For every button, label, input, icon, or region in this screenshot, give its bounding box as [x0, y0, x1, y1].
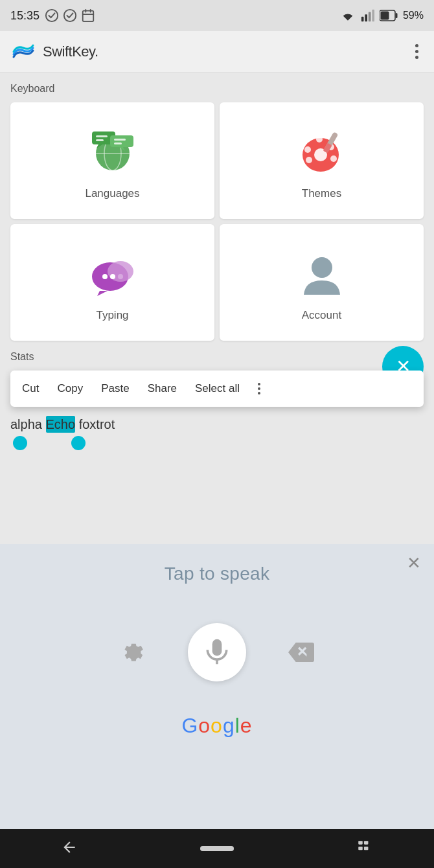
keyboard-close-button[interactable]: ✕ — [407, 554, 421, 571]
svg-point-22 — [306, 157, 312, 163]
nav-home-indicator[interactable] — [200, 846, 234, 851]
microphone-button[interactable] — [188, 623, 246, 681]
themes-label: Themes — [302, 187, 341, 200]
selection-handles — [10, 436, 424, 450]
svg-point-31 — [110, 274, 115, 279]
typing-card[interactable]: Typing — [10, 224, 214, 341]
svg-rect-35 — [364, 841, 369, 844]
svg-rect-37 — [364, 847, 369, 850]
svg-point-30 — [102, 274, 108, 279]
languages-label: Languages — [85, 187, 139, 200]
google-e: e — [240, 714, 253, 737]
battery-percentage: 59% — [403, 10, 424, 21]
text-editor-area: alpha Echo foxtrot — [10, 415, 424, 435]
selection-handle-end[interactable] — [71, 436, 86, 450]
svg-rect-15 — [96, 135, 108, 137]
status-left: 15:35 — [10, 8, 95, 23]
status-time: 15:35 — [10, 9, 40, 23]
google-g: G — [181, 714, 198, 737]
svg-rect-4 — [365, 14, 367, 21]
selection-handle-start[interactable] — [13, 436, 27, 450]
svg-point-1 — [64, 10, 76, 21]
check-circle-icon-1 — [45, 8, 59, 23]
menu-dot-3 — [415, 56, 418, 59]
select-all-menu-item[interactable]: Select all — [186, 376, 249, 402]
keyboard-grid: Languages Them — [10, 102, 424, 341]
text-after: foxtrot — [75, 417, 115, 431]
menu-dot-2 — [415, 50, 418, 53]
svg-point-21 — [304, 146, 311, 153]
google-g2: g — [223, 714, 235, 737]
svg-point-25 — [330, 155, 337, 162]
svg-rect-3 — [361, 17, 364, 21]
more-dot-3 — [258, 392, 260, 394]
delete-button[interactable] — [285, 636, 317, 668]
share-menu-item[interactable]: Share — [139, 376, 186, 402]
svg-rect-14 — [110, 135, 133, 147]
context-menu: Cut Copy Paste Share Select all — [10, 371, 424, 407]
svg-point-23 — [316, 136, 323, 143]
calendar-icon — [81, 8, 95, 23]
svg-point-33 — [312, 257, 332, 278]
languages-icon — [87, 126, 139, 178]
svg-rect-17 — [114, 139, 126, 141]
account-icon — [296, 248, 348, 300]
header-menu-button[interactable] — [410, 39, 424, 64]
more-dot-1 — [258, 383, 260, 385]
svg-rect-36 — [358, 847, 363, 850]
paste-menu-item[interactable]: Paste — [92, 376, 138, 402]
cut-menu-item[interactable]: Cut — [13, 376, 48, 402]
svg-point-0 — [46, 10, 58, 21]
svg-rect-2 — [83, 11, 94, 21]
account-card[interactable]: Account — [220, 224, 424, 341]
nav-bar — [0, 829, 434, 868]
status-bar: 15:35 — [0, 0, 434, 31]
themes-icon — [296, 126, 348, 178]
text-selected: Echo — [46, 416, 76, 433]
google-logo: Google — [181, 714, 252, 738]
svg-rect-5 — [369, 12, 371, 22]
status-icons — [45, 8, 95, 23]
status-right: 59% — [341, 8, 424, 23]
header-left: SwiftKey. — [10, 43, 98, 61]
check-circle-icon-2 — [63, 8, 77, 23]
menu-dot-1 — [415, 44, 418, 47]
tap-to-speak-label: Tap to speak — [165, 564, 269, 584]
nav-recents-button[interactable] — [356, 839, 373, 858]
wifi-icon — [341, 8, 355, 23]
google-o2: o — [211, 714, 223, 737]
main-content: Keyboard — [0, 73, 434, 461]
keyboard-area: ✕ Tap to speak Google — [0, 544, 434, 829]
svg-point-32 — [118, 274, 123, 279]
app-header: SwiftKey. — [0, 31, 434, 73]
languages-card[interactable]: Languages — [10, 102, 214, 219]
app-title: SwiftKey. — [43, 43, 98, 60]
typing-label: Typing — [96, 309, 128, 322]
voice-controls — [117, 623, 317, 681]
themes-card[interactable]: Themes — [220, 102, 424, 219]
copy-menu-item[interactable]: Copy — [48, 376, 92, 402]
svg-rect-9 — [380, 12, 389, 20]
typing-icon — [87, 248, 139, 300]
settings-button[interactable] — [117, 636, 149, 668]
svg-rect-18 — [114, 143, 122, 144]
google-o1: o — [198, 714, 211, 737]
google-l: l — [235, 714, 240, 737]
keyboard-section-label: Keyboard — [10, 83, 424, 95]
signal-icon — [360, 8, 374, 23]
stats-section: Stats ✕ Cut Copy Paste Share Select all … — [10, 351, 424, 450]
svg-rect-6 — [372, 10, 374, 21]
account-label: Account — [302, 309, 341, 322]
swiftkey-logo — [10, 43, 36, 61]
text-before: alpha — [10, 417, 46, 431]
battery-icon — [380, 10, 398, 21]
svg-rect-8 — [395, 13, 397, 18]
more-options-menu-item[interactable] — [249, 376, 269, 401]
nav-back-button[interactable] — [61, 839, 78, 858]
svg-rect-34 — [358, 841, 363, 844]
svg-rect-16 — [96, 139, 104, 141]
stats-section-label: Stats — [10, 351, 424, 363]
more-dot-2 — [258, 387, 260, 390]
